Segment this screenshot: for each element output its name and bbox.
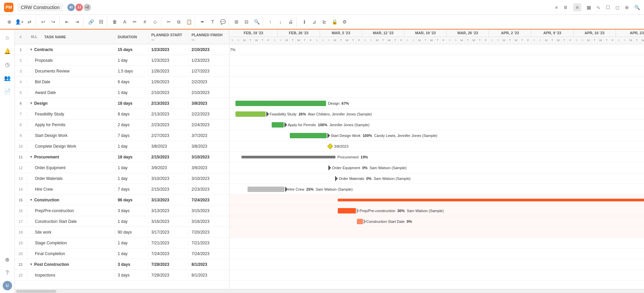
table-row[interactable]: 15 ▼ Construction 96 days 3/13/2023 7/24… bbox=[15, 195, 229, 205]
insert-col-left-button[interactable]: ⊞ bbox=[232, 17, 241, 27]
add-view-icon[interactable]: ⊕ bbox=[625, 5, 629, 10]
gantt-view-icon[interactable]: ≡ bbox=[573, 3, 581, 11]
info-button[interactable]: ℹ bbox=[300, 17, 309, 27]
table-row[interactable]: 18 Site work 90 days 3/17/2023 7/20/2023 bbox=[15, 227, 229, 238]
gantt-label-hirecrew: Hire Crew 25% Sam Watson (Sample) bbox=[288, 187, 353, 191]
group-toggle-icon[interactable]: ▼ bbox=[30, 155, 33, 159]
list-view-icon[interactable]: ≡ bbox=[555, 5, 558, 10]
gantt-row-9: Start Design Work 100% Candy Lewis, Jenn… bbox=[229, 130, 644, 141]
duration-cell: 90 days bbox=[115, 230, 149, 235]
table-row[interactable]: 6 ▼ Design 18 days 2/13/2023 3/8/2023 bbox=[15, 98, 229, 109]
lock-button[interactable]: 🔒 bbox=[330, 17, 339, 27]
documents-nav-icon[interactable]: 📄 bbox=[2, 86, 13, 97]
table-row[interactable]: 8 Apply for Permits 2 days 2/23/2023 2/2… bbox=[15, 119, 229, 130]
paste-button[interactable]: 📋 bbox=[184, 17, 194, 27]
table-row[interactable]: 3 Documents Review 1.5 days 1/26/2023 1/… bbox=[15, 66, 229, 77]
pm-logo-icon[interactable]: PM bbox=[4, 3, 13, 12]
all-column-header[interactable]: ALL bbox=[27, 30, 42, 44]
copy-row-button[interactable]: ⧉ bbox=[174, 17, 183, 27]
people-nav-icon[interactable]: 👥 bbox=[2, 72, 13, 83]
row-number: 7 bbox=[15, 112, 27, 116]
filter2-button[interactable]: ⊵ bbox=[320, 17, 329, 27]
project-title[interactable]: CRW Construction bbox=[17, 3, 63, 11]
table-row[interactable]: 16 Prep/Pre-construction 3 days 3/13/202… bbox=[15, 205, 229, 216]
table-row[interactable]: 11 ▼ Procurement 18 days 2/15/2023 3/10/… bbox=[15, 152, 229, 162]
history-nav-icon[interactable]: ◷ bbox=[2, 59, 13, 70]
table-row[interactable]: 19 Stage Completion 1 day 7/21/2023 7/21… bbox=[15, 238, 229, 248]
font-color-button[interactable]: A bbox=[120, 17, 129, 27]
table-row[interactable]: 20 Final Completion 1 day 7/24/2023 7/24… bbox=[15, 248, 229, 259]
home-nav-icon[interactable]: ⌂ bbox=[2, 32, 13, 43]
day-label: S bbox=[320, 37, 326, 44]
table-row[interactable]: 2 Proposals 1 day 1/23/2023 1/23/2023 bbox=[15, 55, 229, 66]
table-row[interactable]: 12 Order Equipment 1 day 3/9/2023 3/9/20… bbox=[15, 162, 229, 173]
cut-button[interactable]: ✂ bbox=[164, 17, 173, 27]
row-number: 15 bbox=[15, 198, 27, 202]
text-format-button[interactable]: T bbox=[208, 17, 217, 27]
group-toggle-icon[interactable]: ▼ bbox=[30, 198, 33, 202]
horizontal-scrollbar[interactable] bbox=[15, 289, 644, 293]
add-user-button[interactable]: 👤+ bbox=[15, 17, 24, 27]
zoom-button[interactable]: 🔍 bbox=[252, 17, 261, 27]
table-row[interactable]: 13 Order Materials 1 day 3/10/2023 3/10/… bbox=[15, 173, 229, 184]
task-name-text: Procurement bbox=[34, 155, 59, 159]
table-row[interactable]: 21 ▼ Post Construction 3 days 7/28/2023 … bbox=[15, 259, 229, 270]
clipboard-tools: ✂ ⧉ 📋 bbox=[163, 17, 195, 27]
calendar-view-icon[interactable]: ☐ bbox=[606, 5, 610, 10]
indent-button[interactable]: ⇥ bbox=[72, 17, 82, 27]
number-format-button[interactable]: # bbox=[140, 17, 150, 27]
table-row[interactable]: 17 Construction Start Date 1 day 3/16/20… bbox=[15, 216, 229, 227]
delete-button[interactable]: 🗑 bbox=[110, 17, 119, 27]
group-toggle-icon[interactable]: ▼ bbox=[30, 101, 33, 105]
duration-cell: 1 day bbox=[115, 90, 149, 95]
add-task-button[interactable]: ⊕ bbox=[5, 17, 14, 27]
table-row[interactable]: 4 Bid Date 6 days 1/26/2023 2/2/2023 bbox=[15, 77, 229, 87]
table-row[interactable]: 10 Complete Design Work 1 day 3/8/2023 3… bbox=[15, 141, 229, 152]
table-row[interactable]: 5 Award Date 1 day 2/10/2023 2/10/2023 bbox=[15, 87, 229, 98]
column-view-icon[interactable]: ⏸ bbox=[563, 5, 568, 10]
settings-button[interactable]: ⚙ bbox=[340, 17, 349, 27]
undo-redo-tools: ↩ ↪ bbox=[37, 17, 60, 27]
unlink-button[interactable]: ⛓ bbox=[96, 17, 106, 27]
table-row[interactable]: 9 Start Design Work 7 days 2/27/2023 3/7… bbox=[15, 130, 229, 141]
avatar-group: Al JJ +2 bbox=[67, 3, 91, 11]
table-row[interactable]: 22 Inspections 3 days 7/28/2023 8/1/2023 bbox=[15, 270, 229, 281]
start-cell: 2/10/2023 bbox=[149, 90, 189, 95]
redo-button[interactable]: ↪ bbox=[49, 17, 58, 27]
start-cell: 1/23/2023 bbox=[149, 47, 189, 52]
diamond-button[interactable]: ◇ bbox=[150, 17, 160, 27]
scrollbar-thumb[interactable] bbox=[16, 290, 56, 293]
table-row[interactable]: 14 Hire Crew 7 days 2/15/2023 2/23/2023 bbox=[15, 184, 229, 195]
group-toggle-icon[interactable]: ▼ bbox=[30, 48, 33, 51]
link-button[interactable]: ⇄ bbox=[25, 17, 34, 27]
print-button[interactable]: 🖨 bbox=[286, 17, 295, 27]
row-number: 10 bbox=[15, 144, 27, 148]
table-row[interactable]: 1 ▼ Contracts 15 days 1/23/2023 2/10/202… bbox=[15, 44, 229, 55]
group-toggle-icon[interactable]: ▼ bbox=[30, 262, 33, 266]
table-view-icon[interactable]: ▦ bbox=[587, 5, 591, 10]
day-label: W bbox=[429, 37, 435, 44]
help-nav-icon[interactable]: ? bbox=[2, 267, 13, 278]
add-nav-icon[interactable]: ⊕ bbox=[2, 254, 13, 265]
chart-view-icon[interactable]: ∿ bbox=[596, 5, 600, 10]
start-cell: 7/21/2023 bbox=[149, 241, 189, 245]
filter-button[interactable]: ⊿ bbox=[310, 17, 319, 27]
comment-button[interactable]: 💬 bbox=[218, 17, 227, 27]
highlight-button[interactable]: ✏ bbox=[130, 17, 140, 27]
table-row[interactable]: 7 Feasibility Study 8 days 2/13/2023 2/2… bbox=[15, 109, 229, 119]
pen-tool-button[interactable]: ✒ bbox=[198, 17, 207, 27]
day-label: T bbox=[634, 37, 640, 44]
search-icon[interactable]: 🔍 bbox=[634, 5, 640, 10]
notifications-nav-icon[interactable]: 🔔 bbox=[2, 46, 13, 56]
import-button[interactable]: ↓ bbox=[276, 17, 285, 27]
undo-button[interactable]: ↩ bbox=[39, 17, 48, 27]
insert-col-right-button[interactable]: ⊟ bbox=[242, 17, 251, 27]
card-view-icon[interactable]: ◻ bbox=[615, 5, 620, 10]
user-avatar-nav[interactable]: U bbox=[3, 281, 12, 290]
duration-cell: 1.5 days bbox=[115, 69, 149, 74]
sidebar-nav: ⌂ 🔔 ◷ 👥 📄 ⊕ ? U bbox=[0, 30, 15, 293]
chain-link-button[interactable]: 🔗 bbox=[86, 17, 96, 27]
outdent-button[interactable]: ⇤ bbox=[62, 17, 72, 27]
export-button[interactable]: ↑ bbox=[266, 17, 275, 27]
day-label: S bbox=[453, 37, 459, 44]
